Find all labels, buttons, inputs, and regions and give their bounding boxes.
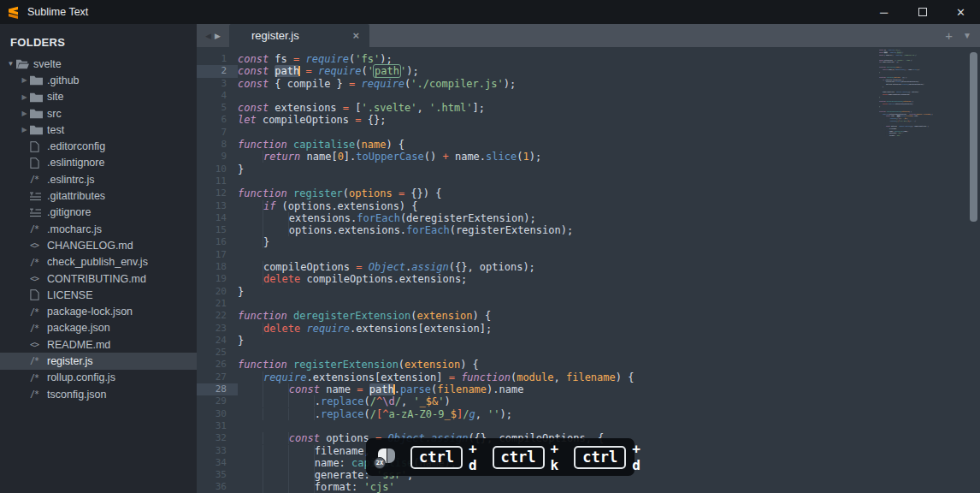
sidebar-item-readme-md[interactable]: <>README.md	[0, 336, 197, 353]
line-number: 25	[197, 347, 238, 359]
window-title: Sublime Text	[27, 6, 88, 18]
code-line-2[interactable]: 2const path = require('path');	[197, 65, 980, 77]
sidebar-item-label: package.json	[47, 322, 110, 334]
code-line-18[interactable]: 18 compileOptions = Object.assign({}, op…	[197, 261, 980, 273]
open-folder-icon	[16, 58, 33, 69]
code-line-13[interactable]: 13 if (options.extensions) {	[197, 200, 980, 212]
sidebar-item--github[interactable]: ▶.github	[0, 72, 197, 88]
key-suffix: + k	[551, 441, 559, 473]
vertical-scrollbar[interactable]	[970, 52, 977, 222]
folder-collapsed-icon[interactable]: ▶	[19, 110, 30, 117]
sidebar-item--mocharc-js[interactable]: /*.mocharc.js	[0, 221, 197, 237]
sidebar-item-contributing-md[interactable]: <>CONTRIBUTING.md	[0, 270, 197, 287]
tab-register-js[interactable]: register.js ×	[229, 24, 369, 47]
line-number: 6	[197, 114, 238, 126]
sidebar-item-src[interactable]: ▶src	[0, 105, 197, 122]
sidebar-item-site[interactable]: ▶site	[0, 89, 197, 105]
code-line-5[interactable]: 5const extensions = ['.svelte', '.html']…	[197, 102, 980, 114]
code-line-9[interactable]: 9 return name[0].toUpperCase() + name.sl…	[197, 151, 980, 163]
md-file-icon: <>	[30, 274, 47, 283]
tab-overflow-icon[interactable]: ▼	[963, 31, 971, 40]
sidebar-item-check-publish-env-js[interactable]: /*check_publish_env.js	[0, 254, 197, 270]
maximize-button[interactable]	[903, 0, 942, 24]
code-line-30[interactable]: 30 .replace(/[^a-zA-Z0-9_$]/g, '');	[197, 408, 980, 420]
code-line-36[interactable]: 36 format: 'cjs'	[197, 481, 980, 493]
sidebar-item--gitignore[interactable]: .gitignore	[0, 205, 197, 221]
code-line-12[interactable]: 12function register(options = {}) {	[197, 187, 980, 199]
code-line-14[interactable]: 14 extensions.forEach(deregisterExtensio…	[197, 212, 980, 224]
sidebar-item--eslintignore[interactable]: .eslintignore	[0, 155, 197, 171]
tab-close-icon[interactable]: ×	[352, 29, 359, 42]
code-line-23[interactable]: 23 delete require.extensions[extension];	[197, 323, 980, 335]
sidebar-item-test[interactable]: ▶test	[0, 122, 197, 138]
sidebar-item-license[interactable]: LICENSE	[0, 287, 197, 303]
file-file-icon	[30, 157, 47, 169]
md-file-icon: <>	[30, 241, 47, 250]
find-match-highlight: path	[373, 64, 401, 78]
line-number: 4	[197, 90, 238, 102]
keystroke-group: ctrl+ k	[493, 441, 559, 473]
code-line-15[interactable]: 15 options.extensions.forEach(registerEx…	[197, 224, 980, 236]
minimap[interactable]: 1const fs = require('fs');2const path = …	[879, 49, 954, 140]
code-line-17[interactable]: 17	[197, 249, 980, 261]
code-line-6[interactable]: 6let compileOptions = {};	[197, 114, 980, 126]
sidebar-item-label: CHANGELOG.md	[47, 240, 133, 252]
code-line-28[interactable]: 28 const name = path.parse(filename).nam…	[197, 383, 980, 395]
code-line-7[interactable]: 7	[197, 127, 980, 139]
code-line-19[interactable]: 19 delete compileOptions.extensions;	[197, 273, 980, 285]
sidebar-item-label: .mocharc.js	[47, 223, 102, 235]
line-number: 23	[197, 323, 238, 335]
folder-collapsed-icon[interactable]: ▶	[19, 126, 30, 134]
code-line-26[interactable]: 26function registerExtension(extension) …	[197, 359, 980, 371]
sidebar-item--editorconfig[interactable]: .editorconfig	[0, 138, 197, 154]
new-tab-icon[interactable]: +	[945, 28, 953, 43]
folder-expanded-icon[interactable]: ▼	[5, 60, 16, 68]
code-line-36[interactable]: 36 format: 'cjs'	[879, 134, 953, 137]
code-line-20[interactable]: 20}	[197, 286, 980, 298]
code-line-3[interactable]: 3const { compile } = require('./compiler…	[197, 78, 980, 90]
sidebar-item-tsconfig-json[interactable]: /*tsconfig.json	[0, 386, 197, 402]
code-line-11[interactable]: 11	[197, 175, 980, 187]
sidebar-item-rollup-config-js[interactable]: /*rollup.config.js	[0, 370, 197, 386]
sidebar-item-changelog-md[interactable]: <>CHANGELOG.md	[0, 237, 197, 253]
key-suffix: + d	[469, 441, 477, 473]
sidebar-item--eslintrc-js[interactable]: /*.eslintrc.js	[0, 171, 197, 187]
code-line-24[interactable]: 24}	[197, 335, 980, 347]
code-line-10[interactable]: 10}	[197, 163, 980, 175]
sidebar-item-package-lock-json[interactable]: /*package-lock.json	[0, 303, 197, 319]
code-line-29[interactable]: 29 .replace(/^\d/, '_$&')	[197, 395, 980, 407]
code-line-21[interactable]: 21	[197, 298, 980, 310]
line-number: 14	[197, 212, 238, 224]
code-line-8[interactable]: 8function capitalise(name) {	[197, 139, 980, 151]
line-number: 32	[197, 432, 238, 444]
sidebar-item-register-js[interactable]: /*register.js	[0, 353, 197, 369]
sidebar-item-label: svelte	[33, 58, 62, 70]
line-number: 13	[197, 200, 238, 212]
sidebar-item-label: register.js	[47, 355, 93, 367]
sidebar-item-svelte[interactable]: ▼svelte	[0, 56, 197, 72]
folder-collapsed-icon[interactable]: ▶	[19, 76, 30, 84]
code-line-27[interactable]: 27 require.extensions[extension] = funct…	[197, 371, 980, 383]
line-number: 10	[197, 163, 238, 175]
close-button[interactable]: ✕	[942, 0, 980, 24]
code-line-1[interactable]: 1const fs = require('fs');	[197, 53, 980, 65]
code-line-4[interactable]: 4	[197, 90, 980, 102]
code-line-16[interactable]: 16 }	[197, 236, 980, 248]
minimize-button[interactable]: ─	[865, 0, 903, 24]
forward-arrow-icon[interactable]: ▶	[215, 32, 221, 40]
titlebar: Sublime Text ─ ✕	[0, 0, 980, 24]
folders-header: FOLDERS	[0, 31, 197, 56]
code-line-25[interactable]: 25	[197, 347, 980, 359]
code-line-31[interactable]: 31	[197, 420, 980, 432]
code-line-22[interactable]: 22function deregisterExtension(extension…	[197, 310, 980, 322]
md-file-icon: <>	[30, 340, 47, 349]
sidebar-file-tree: FOLDERS ▼svelte▶.github▶site▶src▶test.ed…	[0, 24, 197, 493]
sidebar-item--gitattributes[interactable]: .gitattributes	[0, 187, 197, 204]
folder-collapsed-icon[interactable]: ▶	[19, 93, 30, 101]
sidebar-item-label: CONTRIBUTING.md	[47, 273, 146, 285]
tab-nav-box: ◀ ▶	[197, 24, 229, 47]
code-editor[interactable]: 1const fs = require('fs');2const path = …	[197, 47, 980, 493]
folder-icon	[30, 124, 47, 135]
back-arrow-icon[interactable]: ◀	[205, 32, 211, 40]
sidebar-item-package-json[interactable]: /*package.json	[0, 320, 197, 336]
